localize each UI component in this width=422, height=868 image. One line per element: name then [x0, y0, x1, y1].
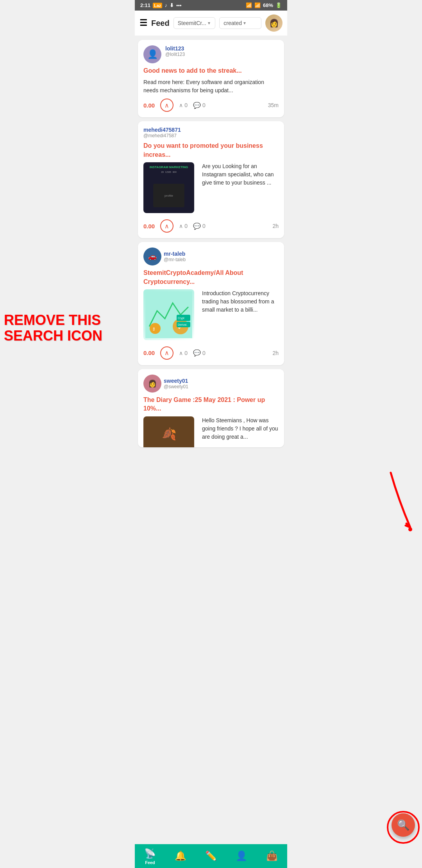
post-content: ₿ Crypt Derivat. ₿ Introduction Cryptocu… [143, 289, 279, 343]
post-text: Hello Steemians , How was going friends … [202, 416, 279, 445]
post-value: 0.00 [143, 223, 155, 230]
comments-number: 0 [202, 102, 206, 108]
post-card: 👤 lolit123 @lolit123 Good news to add to… [138, 40, 284, 117]
lazy-icon: Laz [153, 3, 162, 8]
image-stats: 29 3,565 904 [161, 171, 177, 173]
tiktok-icon: ♪ [165, 2, 167, 8]
post-time: 2h [272, 350, 279, 356]
post-header: 👤 lolit123 @lolit123 [143, 45, 279, 63]
svg-point-7 [150, 323, 161, 334]
post-card: 🚗 mr-taleb @mr-taleb SteemitCryptoAcadem… [138, 242, 284, 365]
upvote-button[interactable]: ∧ [160, 99, 173, 112]
page-title: Feed [151, 19, 170, 28]
upvote-icon: ∧ [179, 102, 183, 108]
post-value: 0.00 [143, 350, 155, 356]
avatar[interactable]: 👩 [143, 375, 161, 393]
community-dropdown[interactable]: SteemitCr... ▾ [173, 17, 216, 29]
svg-text:Derivat.: Derivat. [178, 323, 187, 326]
post-username[interactable]: mr-taleb [164, 251, 186, 257]
comment-icon: 💬 [193, 349, 201, 357]
status-left: 2:11 Laz ♪ ⬇ ••• [140, 2, 182, 8]
vote-count[interactable]: ∧ 0 [179, 102, 188, 108]
vote-count[interactable]: ∧ 0 [179, 350, 188, 356]
vote-count[interactable]: ∧ 0 [179, 223, 188, 229]
post-user-info: lolit123 @lolit123 [165, 45, 185, 57]
post-image: 🍂 [143, 416, 194, 447]
avatar[interactable]: 🚗 [143, 247, 161, 265]
post-user-info: mr-taleb @mr-taleb [164, 251, 186, 262]
post-text: Introduction Cryptocurrency trading has … [202, 289, 279, 318]
sort-label: created [224, 20, 242, 26]
post-footer: 0.00 ∧ ∧ 0 💬 0 35m [143, 99, 279, 112]
post-username[interactable]: lolit123 [165, 45, 185, 52]
post-image: INSTAGRAM MARKETING 29 3,565 904 profile [143, 162, 194, 213]
battery-level: 68% [263, 2, 273, 8]
post-image: ₿ Crypt Derivat. ₿ [143, 289, 194, 340]
post-time: 35m [268, 102, 279, 108]
wifi-icon: 📶 [246, 2, 252, 8]
post-footer: 0.00 ∧ ∧ 0 💬 0 2h [143, 346, 279, 360]
chevron-down-icon: ▾ [208, 20, 210, 26]
post-body: Are you Looking for an Instagram special… [202, 162, 279, 187]
sort-dropdown[interactable]: created ▾ [219, 17, 261, 29]
status-right: 📶 📶 68% 🔋 [246, 2, 282, 8]
comments-number: 0 [202, 350, 206, 356]
comment-icon: 💬 [193, 102, 201, 109]
upvote-button[interactable]: ∧ [160, 346, 173, 360]
post-handle: @mehedi47587 [143, 133, 181, 138]
votes-number: 0 [184, 223, 188, 229]
battery-icon: 🔋 [275, 2, 282, 8]
avatar[interactable]: 👤 [143, 45, 161, 63]
comments-number: 0 [202, 223, 206, 229]
post-title[interactable]: Good news to add to the streak... [143, 66, 279, 75]
post-time: 2h [272, 223, 279, 229]
post-title[interactable]: SteemitCryptoAcademy/All About Cryptocur… [143, 269, 279, 286]
post-footer: 0.00 ∧ ∧ 0 💬 0 2h [143, 219, 279, 233]
post-header: 🚗 mr-taleb @mr-taleb [143, 247, 279, 265]
status-time: 2:11 [140, 2, 150, 8]
post-username[interactable]: mehedi475871 [143, 127, 181, 133]
post-body: Hello Steemians , How was going friends … [202, 416, 279, 441]
post-content: INSTAGRAM MARKETING 29 3,565 904 profile… [143, 162, 279, 215]
post-header: mehedi475871 @mehedi47587 [143, 127, 279, 138]
post-user-info: mehedi475871 @mehedi47587 [143, 127, 181, 138]
comment-count[interactable]: 💬 0 [193, 349, 206, 357]
comment-count[interactable]: 💬 0 [193, 222, 206, 230]
upvote-button[interactable]: ∧ [160, 219, 173, 233]
download-icon: ⬇ [170, 2, 174, 8]
post-value: 0.00 [143, 102, 155, 109]
status-bar: 2:11 Laz ♪ ⬇ ••• 📶 📶 68% 🔋 [135, 0, 287, 11]
post-content: 🍂 Hello Steemians , How was going friend… [143, 416, 279, 447]
post-user-info: sweety01 @sweety01 [164, 378, 188, 389]
comment-icon: 💬 [193, 222, 201, 230]
chevron-down-icon: ▾ [243, 20, 246, 26]
post-handle: @sweety01 [164, 384, 188, 389]
post-card: 👩 sweety01 @sweety01 The Diary Game :25 … [138, 369, 284, 447]
votes-number: 0 [184, 102, 188, 108]
user-avatar[interactable]: 👩 [265, 14, 283, 32]
instagram-image: INSTAGRAM MARKETING 29 3,565 904 profile [143, 162, 194, 213]
post-handle: @mr-taleb [164, 257, 186, 262]
post-card: mehedi475871 @mehedi47587 Do you want to… [138, 121, 284, 238]
post-text: Are you Looking for an Instagram special… [202, 162, 279, 191]
comment-count[interactable]: 💬 0 [193, 102, 206, 109]
feed-container: 👤 lolit123 @lolit123 Good news to add to… [135, 36, 287, 451]
votes-number: 0 [184, 350, 188, 356]
avatar-image: 👩 [265, 14, 283, 32]
crypto-image: ₿ Crypt Derivat. ₿ [143, 289, 194, 340]
svg-text:₿: ₿ [153, 327, 155, 331]
post-title[interactable]: Do you want to promoted your business in… [143, 142, 279, 159]
menu-button[interactable]: ☰ [139, 18, 147, 28]
post-body: Read more here: Every software and organ… [143, 78, 279, 95]
post-title[interactable]: The Diary Game :25 May 2021 : Power up 1… [143, 396, 279, 413]
post-handle: @lolit123 [165, 52, 185, 57]
upvote-icon: ∧ [179, 350, 183, 356]
post-body: Introduction Cryptocurrency trading has … [202, 289, 279, 314]
image-label: INSTAGRAM MARKETING [150, 165, 188, 169]
community-label: SteemitCr... [178, 20, 206, 26]
diary-image: 🍂 [143, 416, 194, 447]
more-icon: ••• [176, 2, 182, 8]
signal-icon: 📶 [254, 2, 261, 8]
upvote-icon: ∧ [179, 223, 183, 229]
post-username[interactable]: sweety01 [164, 378, 188, 384]
